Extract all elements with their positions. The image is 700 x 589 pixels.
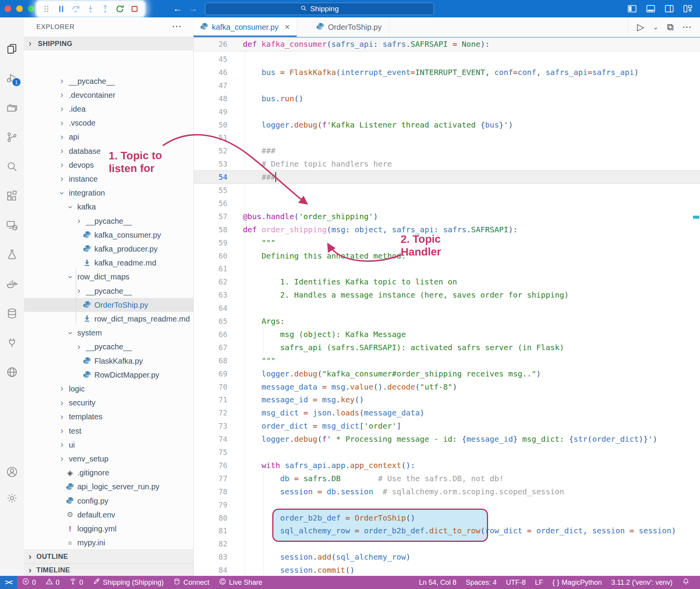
code-line-53[interactable]: 53# Define topic handlers here: [193, 157, 700, 170]
code-line-49[interactable]: 49: [193, 105, 700, 118]
tree-item-__pycache__[interactable]: ›__pycache__: [24, 284, 193, 298]
code-editor[interactable]: 4546bus = FlaskKafka(interrupt_event=INT…: [193, 37, 700, 577]
tree-item-kafka[interactable]: ›kafka: [24, 200, 193, 214]
command-center-search[interactable]: Shipping: [205, 3, 434, 15]
status-ports[interactable]: 0: [64, 576, 88, 589]
step-over-button[interactable]: [70, 3, 82, 15]
status-bell[interactable]: [677, 576, 695, 589]
tree-item-mypy.ini[interactable]: ≡mypy.ini: [24, 536, 193, 550]
status-liveshare[interactable]: Live Share: [214, 576, 267, 589]
sticky-code-line-26[interactable]: 26def kafka_consumer(safrs_api: safrs.SA…: [193, 37, 700, 51]
code-line-45[interactable]: 45: [193, 53, 700, 66]
tree-item-FlaskKafka.py[interactable]: FlaskKafka.py: [24, 354, 193, 368]
tree-item-logic[interactable]: ›logic: [24, 382, 193, 396]
tree-item-.devcontainer[interactable]: ›.devcontainer: [24, 88, 193, 102]
activity-item-run-debug[interactable]: 1: [6, 72, 18, 85]
tree-item-.idea[interactable]: ›.idea: [24, 102, 193, 116]
code-line-79[interactable]: 79: [193, 498, 700, 511]
navigate-forward-button[interactable]: →: [188, 3, 198, 14]
code-line-58[interactable]: 58def order_shipping(msg: object, safrs_…: [193, 223, 700, 236]
code-line-70[interactable]: 70message_data = msg.value().decode("utf…: [193, 380, 700, 393]
activity-item-web[interactable]: [6, 366, 18, 378]
navigate-back-button[interactable]: ←: [173, 3, 182, 14]
close-window-button[interactable]: [5, 5, 11, 12]
code-line-68[interactable]: 68""": [193, 354, 700, 367]
tree-item-venv_setup[interactable]: ›venv_setup: [24, 452, 193, 466]
tree-item-__pycache__[interactable]: ›__pycache__: [24, 340, 193, 354]
code-line-72[interactable]: 72msg_dict = json.loads(message_data): [193, 406, 700, 419]
panel-outline[interactable]: › OUTLINE: [24, 550, 193, 563]
code-line-77[interactable]: 77db = safrs.DB # Use the safrs.DB, not …: [193, 472, 700, 485]
tab-OrderToShip.py[interactable]: OrderToShip.py: [309, 17, 389, 37]
code-line-73[interactable]: 73order_dict = msg_dict['order']: [193, 419, 700, 432]
customize-layout-button[interactable]: [683, 3, 693, 14]
panel-timeline[interactable]: › TIMELINE: [24, 563, 193, 576]
sticky-scroll-line[interactable]: 26def kafka_consumer(safrs_api: safrs.SA…: [193, 37, 700, 51]
code-line-63[interactable]: 632. Handles a message instance (here, s…: [193, 288, 700, 301]
tab-kafka_consumer.py[interactable]: kafka_consumer.py×: [193, 17, 297, 37]
tree-item-.vscode[interactable]: ›.vscode: [24, 116, 193, 130]
minimize-window-button[interactable]: [16, 5, 23, 12]
code-line-80[interactable]: 80order_b2b_def = OrderToShip(): [193, 511, 700, 524]
code-line-56[interactable]: 56: [193, 197, 700, 210]
run-dropdown-chevron[interactable]: ⌄: [653, 23, 659, 31]
code-line-64[interactable]: 64: [193, 301, 700, 315]
zoom-window-button[interactable]: [28, 5, 34, 12]
tree-item-ui[interactable]: ›ui: [24, 438, 193, 452]
toggle-panel-button[interactable]: [645, 3, 656, 14]
code-line-67[interactable]: 67safrs_api (safrs.SAFRSAPI): activated …: [193, 341, 700, 354]
tree-item-kafka_producer.py[interactable]: kafka_producer.py: [24, 242, 193, 256]
toggle-secondary-sidebar-button[interactable]: [664, 3, 674, 14]
tree-item-system[interactable]: ›system: [24, 326, 193, 340]
editor-more-actions-button[interactable]: ⋯: [682, 22, 691, 32]
activity-item-workspaces[interactable]: [6, 102, 18, 114]
tree-item-row_dict_maps[interactable]: ›row_dict_maps: [24, 270, 193, 284]
code-line-62[interactable]: 621. Identifies Kafka topic to listen on: [193, 275, 700, 288]
code-line-52[interactable]: 52###: [193, 144, 700, 157]
activity-item-testing[interactable]: [6, 249, 18, 261]
code-line-47[interactable]: 47: [193, 79, 700, 92]
tree-item-kafka_readme.md[interactable]: kafka_readme.md: [24, 256, 193, 270]
activity-item-docker[interactable]: [6, 278, 18, 290]
status-utf-8[interactable]: UTF-8: [501, 576, 530, 589]
tree-item-logging.yml[interactable]: !logging.yml: [24, 522, 193, 536]
toggle-sidebar-button[interactable]: [627, 3, 637, 14]
status-lf[interactable]: LF: [530, 576, 548, 589]
code-line-60[interactable]: 60Defining this annotated method:: [193, 249, 700, 262]
code-line-48[interactable]: 48bus.run(): [193, 92, 700, 105]
split-editor-button[interactable]: ⧉: [667, 22, 674, 32]
code-line-65[interactable]: 65Args:: [193, 315, 700, 328]
status-spaces-4[interactable]: Spaces: 4: [461, 576, 501, 589]
code-line-83[interactable]: 83session.add(sql_alchemy_row): [193, 550, 700, 563]
status-ln-54-col-8[interactable]: Ln 54, Col 8: [414, 576, 461, 589]
code-line-46[interactable]: 46bus = FlaskKafka(interrupt_event=INTER…: [193, 66, 700, 79]
status-remote[interactable]: ><: [0, 576, 17, 589]
pause-button[interactable]: [55, 3, 67, 15]
code-line-50[interactable]: 50logger.debug(f'Kafka Listener thread a…: [193, 118, 700, 131]
status-errors[interactable]: 0: [17, 576, 41, 589]
activity-item-remote-explorer[interactable]: [6, 219, 18, 232]
code-line-82[interactable]: 82: [193, 537, 700, 550]
tree-item-templates[interactable]: ›templates: [24, 410, 193, 424]
code-line-66[interactable]: 66msg (object): Kafka Message: [193, 328, 700, 341]
status-connect[interactable]: Connect: [168, 576, 214, 589]
code-line-74[interactable]: 74logger.debug(f' * Processing message -…: [193, 432, 700, 446]
activity-item-account[interactable]: [6, 466, 18, 478]
code-line-55[interactable]: 55: [193, 184, 700, 197]
activity-item-settings-gear[interactable]: [6, 492, 18, 504]
tree-item-api[interactable]: ›api: [24, 130, 193, 144]
step-into-button[interactable]: [85, 3, 96, 15]
code-line-84[interactable]: 84session.commit(): [193, 563, 700, 577]
run-button[interactable]: ▷: [637, 22, 644, 32]
status-3-11-2-venv-venv-[interactable]: 3.11.2 ('venv': venv): [606, 576, 677, 589]
tree-item-OrderToShip.py[interactable]: OrderToShip.py: [24, 298, 193, 312]
tree-item-kafka_consumer.py[interactable]: kafka_consumer.py: [24, 228, 193, 242]
close-icon[interactable]: ×: [285, 22, 290, 32]
step-out-button[interactable]: [99, 3, 111, 15]
activity-item-search[interactable]: [6, 160, 18, 173]
activity-item-extensions[interactable]: [6, 190, 18, 202]
tree-item-__pycache__[interactable]: ›__pycache__: [24, 74, 193, 88]
activity-item-source-control[interactable]: [6, 131, 18, 143]
tree-item-security[interactable]: ›security: [24, 396, 193, 410]
restart-button[interactable]: [114, 3, 126, 15]
